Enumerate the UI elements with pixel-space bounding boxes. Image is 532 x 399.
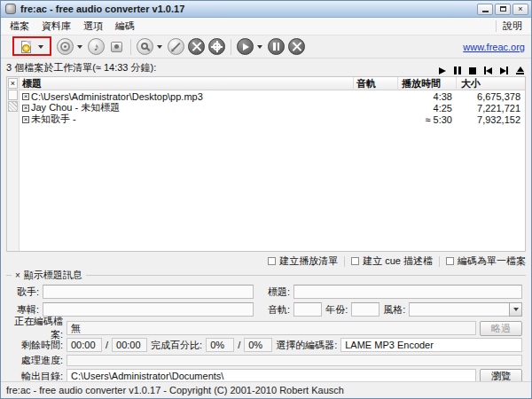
options-separator (344, 256, 345, 267)
status-bar-text: fre:ac - free audio converter v1.0.17 - … (6, 385, 344, 395)
collapse-toggle-icon[interactable]: × (15, 271, 20, 280)
add-files-button[interactable]: + (17, 37, 35, 56)
title-bar: fre:ac - free audio converter v1.0.17 × (1, 1, 531, 18)
query-cddb-dropdown-icon[interactable] (157, 45, 162, 49)
column-header-track[interactable]: 音軌 (353, 77, 397, 90)
window-title: fre:ac - free audio converter v1.0.17 (20, 4, 184, 14)
main-area: 3 個檔案於工作清單(≈ 14:33 分鐘): × 標題 音軌 (1, 59, 531, 383)
genre-dropdown-button[interactable] (509, 302, 522, 317)
select-all-button[interactable]: × (8, 78, 18, 89)
select-none-button[interactable] (8, 90, 18, 100)
settings-button[interactable] (207, 37, 226, 56)
add-files-dropdown-icon[interactable] (38, 45, 43, 49)
row-checkbox[interactable]: × (22, 105, 29, 112)
search-icon (141, 43, 148, 50)
pause-encoding-button[interactable] (267, 37, 286, 56)
query-cddb-button[interactable] (136, 37, 154, 56)
toolbar-separator (51, 39, 51, 55)
device-icon (111, 42, 122, 52)
tag-editor-section: × 顯示標題訊息 歌手: 標題: 專輯: 音軌: 年份: 風格: (6, 270, 526, 317)
row-size: 7,932,152 (456, 114, 525, 125)
add-files-icon: + (21, 41, 31, 53)
single-file-option[interactable]: 編碼為單一檔案 (446, 254, 526, 268)
row-size: 7,221,721 (456, 103, 525, 113)
time-total-value: 00:00 (112, 338, 147, 352)
toolbar-separator (130, 39, 131, 55)
row-size: 6,675,378 (456, 91, 525, 102)
title-label: 標題: (268, 286, 290, 299)
row-length: ≈ 5:30 (397, 114, 456, 125)
joblist-entry-button[interactable]: ♪ (87, 37, 106, 56)
column-header-length[interactable]: 播放時間 (397, 77, 456, 90)
create-playlist-option[interactable]: 建立播放清單 (268, 254, 338, 268)
title-field[interactable] (293, 285, 522, 299)
joblist-column-headers: 標題 音軌 播放時間 大小 (20, 77, 525, 90)
artist-field[interactable] (43, 285, 254, 299)
genre-field[interactable] (409, 302, 509, 317)
row-checkbox[interactable]: × (22, 93, 29, 100)
column-header-title[interactable]: 標題 (20, 77, 353, 90)
column-header-size[interactable]: 大小 (456, 77, 525, 90)
create-playlist-label: 建立播放清單 (279, 254, 338, 268)
menu-options[interactable]: 選項 (77, 18, 109, 35)
create-cuesheet-label: 建立 cue 描述檔 (363, 254, 433, 268)
configure-tools-button[interactable] (187, 37, 206, 56)
skip-button[interactable]: 略過 (480, 321, 522, 336)
genre-label: 風格: (383, 303, 405, 317)
create-cuesheet-option[interactable]: 建立 cue 描述檔 (351, 254, 433, 268)
maximize-button[interactable] (495, 4, 511, 15)
row-title: C:\Users\Administrator\Desktop\pp.mp3 (31, 91, 203, 102)
row-checkbox[interactable]: × (22, 116, 29, 123)
toolbar-separator (231, 39, 231, 55)
tag-section-title: 顯示標題訊息 (24, 269, 82, 282)
menu-bar: 檔案 資料庫 選項 編碼 說明 (1, 18, 531, 35)
track-label: 音軌: (268, 303, 290, 317)
stop-encoding-button[interactable] (287, 37, 306, 56)
table-row[interactable]: ×未知歌手 - ≈ 5:30 7,932,152 (20, 113, 525, 125)
close-button[interactable]: × (512, 4, 528, 15)
joblist-table: × 標題 音軌 播放時間 大小 ×C:\Users\Administrator\… (6, 76, 526, 252)
rip-cd-button[interactable] (56, 37, 74, 56)
create-playlist-checkbox[interactable] (268, 257, 276, 265)
player-next-icon[interactable] (500, 66, 508, 74)
menu-encode[interactable]: 編碼 (109, 18, 141, 35)
menu-help[interactable]: 說明 (497, 18, 528, 35)
progress-bar (66, 355, 522, 366)
album-field[interactable] (43, 302, 254, 317)
encoding-file-label: 正在編碼檔案: (8, 315, 63, 341)
year-label: 年份: (325, 303, 348, 317)
single-file-checkbox[interactable] (446, 257, 454, 265)
gear-icon (213, 43, 221, 51)
start-encoding-dropdown-icon[interactable] (257, 45, 262, 49)
chevron-down-icon (513, 308, 519, 311)
cd-icon (60, 42, 70, 51)
player-eject-icon[interactable] (516, 66, 524, 74)
toolbar: + ♪ (1, 35, 531, 59)
selected-encoder-value[interactable]: LAME MP3 Encoder (340, 338, 522, 352)
start-encoding-button[interactable] (236, 37, 254, 56)
player-previous-icon[interactable] (484, 66, 492, 74)
open-device-button[interactable] (107, 37, 126, 56)
music-note-icon: ♪ (94, 42, 99, 52)
menu-database[interactable]: 資料庫 (35, 18, 77, 35)
track-field[interactable] (293, 302, 322, 317)
pause-icon (273, 43, 279, 51)
toggle-selection-button[interactable] (8, 101, 18, 112)
freac-website-link[interactable]: www.freac.org (463, 42, 528, 52)
menu-file[interactable]: 檔案 (4, 18, 35, 35)
percent-track-value: 0% (206, 338, 234, 352)
genre-combobox[interactable] (409, 302, 522, 317)
time-elapsed-value: 00:00 (66, 338, 102, 352)
rip-cd-dropdown-icon[interactable] (77, 45, 82, 49)
player-stop-icon[interactable] (469, 67, 476, 74)
selected-encoder-label: 選擇的編碼器: (276, 339, 337, 352)
tools-icon (191, 41, 202, 52)
create-cuesheet-checkbox[interactable] (351, 257, 359, 265)
edit-cddb-button[interactable] (167, 37, 185, 56)
minimize-button[interactable] (477, 4, 493, 15)
progress-label: 處理進度: (8, 354, 63, 367)
player-pause-icon[interactable] (454, 66, 461, 74)
year-field[interactable] (351, 302, 379, 317)
player-play-icon[interactable] (439, 67, 446, 74)
app-icon (5, 4, 16, 14)
